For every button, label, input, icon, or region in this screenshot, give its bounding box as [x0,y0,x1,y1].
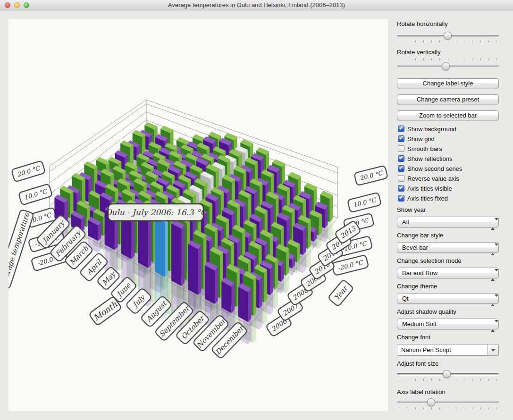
checkbox-reverse-value-axis[interactable]: Reverse value axis [398,175,459,182]
adjust-font-size-label: Adjust font size [397,360,438,367]
checkbox-label: Show second series [407,165,462,172]
combo-arrows-icon [491,321,495,331]
checkbox-label: Show background [407,126,456,133]
selected-value: Nanum Pen Script [401,346,451,353]
axis-label-rotation-label: Axis label rotation [397,388,446,395]
font-select[interactable]: Nanum Pen Script [397,344,499,356]
checkbox-icon[interactable] [398,135,404,142]
rotate-vertically-label: Rotate vertically [397,49,440,56]
slider-knob[interactable] [442,62,450,70]
checkbox-label: Reverse value axis [407,175,459,182]
app-window: { "window": { "title": "Average temperat… [0,0,513,420]
change-camera-preset-button[interactable]: Change camera preset [397,94,499,104]
combo-arrows-icon [491,270,495,280]
checkbox-icon[interactable] [398,185,404,192]
show-year-label: Show year [397,206,426,213]
change-font-label: Change font [397,334,430,341]
change-bar-style-label: Change bar style [397,232,443,239]
bar-style-select[interactable]: Bevel bar [397,242,499,253]
checkbox-icon[interactable] [398,155,404,162]
chart-panel [8,19,388,411]
slider-ticks [399,407,497,410]
checkbox-show-reflections[interactable]: Show reflections [398,155,452,162]
rotate-horizontally-slider[interactable] [397,32,499,40]
checkbox-show-second-series[interactable]: Show second series [398,165,462,172]
checkbox-icon[interactable] [398,165,404,172]
titlebar: Average temperatures in Oulu and Helsink… [0,0,513,10]
checkbox-show-grid[interactable]: Show grid [398,135,435,143]
shadow-quality-select[interactable]: Medium Soft [397,319,499,329]
selected-value: Medium Soft [402,320,437,328]
change-label-style-button[interactable]: Change label style [397,78,499,88]
checkbox-label: Axis titles visible [407,185,452,192]
font-size-slider[interactable] [397,370,499,378]
checkbox-smooth-bars[interactable]: Smooth bars [398,145,442,152]
slider-knob[interactable] [443,370,451,378]
checkbox-icon[interactable] [398,175,404,182]
axis-label-rotation-slider[interactable] [397,398,499,407]
checkbox-icon[interactable] [398,195,404,202]
zoom-to-selected-bar-button[interactable]: Zoom to selected bar [397,110,499,120]
dropdown-arrow-icon[interactable] [488,344,498,355]
checkbox-axis-titles-fixed[interactable]: Axis titles fixed [398,194,448,202]
slider-track[interactable] [397,402,499,403]
show-year-select[interactable]: All [397,217,499,227]
selection-mode-select[interactable]: Bar and Row [397,268,499,278]
selected-value: Bevel bar [402,244,428,251]
selected-value: All [402,218,409,226]
control-panel: Rotate horizontally Rotate vertically Ch… [397,19,499,415]
change-theme-label: Change theme [397,283,437,290]
theme-select[interactable]: Qt [397,293,499,304]
checkbox-icon[interactable] [398,145,404,152]
checkbox-label: Show reflections [407,155,452,162]
slider-ticks [399,41,497,43]
rotate-vertically-slider[interactable] [397,62,499,71]
slider-ticks [399,379,497,381]
checkbox-show-background[interactable]: Show background [398,125,456,133]
window-title: Average temperatures in Oulu and Helsink… [0,1,513,8]
selected-value: Qt [402,295,409,302]
rotate-horizontally-label: Rotate horizontally [397,20,448,27]
slider-knob[interactable] [444,32,452,40]
change-selection-mode-label: Change selection mode [397,257,462,264]
checkbox-label: Show grid [407,135,435,143]
combo-arrows-icon [491,219,495,229]
adjust-shadow-quality-label: Adjust shadow quality [397,308,456,315]
checkbox-label: Axis titles fixed [407,195,448,202]
slider-ticks [399,59,497,61]
checkbox-axis-titles-visible[interactable]: Axis titles visible [398,185,452,192]
checkbox-label: Smooth bars [407,145,442,152]
slider-knob[interactable] [427,398,435,406]
combo-arrows-icon [491,244,495,254]
selected-value: Bar and Row [402,269,437,277]
combo-arrows-icon [491,295,495,305]
checkbox-icon[interactable] [398,126,404,132]
